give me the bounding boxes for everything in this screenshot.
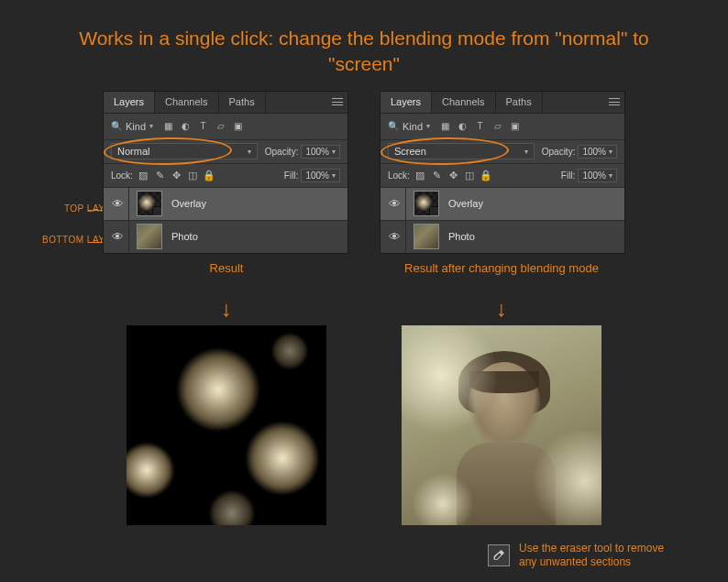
layer-name: Overlay [448, 198, 483, 209]
opacity-value: 100% [305, 147, 329, 157]
fill-value: 100% [582, 170, 606, 181]
chevron-down-icon: ▾ [609, 148, 612, 156]
filter-smart-icon[interactable]: ▣ [232, 120, 244, 132]
fill-value: 100% [305, 170, 329, 181]
filter-kind-label: Kind [126, 121, 146, 132]
blend-mode-value: Normal [117, 146, 149, 157]
filter-shape-icon[interactable]: ▱ [491, 120, 503, 132]
layers-panel-left: Layers Channels Paths 🔍 Kind ▾ ▦ ◐ T ▱ ▣ [103, 91, 348, 254]
chevron-down-icon: ▾ [332, 148, 336, 156]
visibility-eye-icon[interactable]: 👁 [107, 221, 129, 253]
layer-thumb [414, 191, 439, 216]
filter-smart-icon[interactable]: ▣ [509, 120, 521, 132]
filter-type-icon[interactable]: T [474, 120, 486, 132]
lock-transparent-icon[interactable]: ▨ [414, 169, 426, 181]
visibility-eye-icon[interactable]: 👁 [107, 188, 129, 220]
blend-mode-select[interactable]: Screen ▾ [388, 143, 535, 159]
panel-menu-icon[interactable] [327, 98, 347, 105]
filter-type-icon[interactable]: T [197, 120, 209, 132]
chevron-down-icon: ▾ [426, 122, 430, 130]
chevron-down-icon: ▾ [609, 171, 612, 180]
opacity-input[interactable]: 100% ▾ [301, 145, 340, 159]
tab-layers[interactable]: Layers [104, 92, 155, 113]
filter-kind-select[interactable]: 🔍 Kind ▾ [111, 121, 153, 132]
chevron-down-icon: ▾ [149, 122, 153, 130]
lock-all-icon[interactable]: 🔒 [204, 169, 215, 181]
layer-thumb [414, 224, 439, 249]
visibility-eye-icon[interactable]: 👁 [384, 188, 406, 220]
layer-name: Photo [171, 231, 198, 242]
filter-shape-icon[interactable]: ▱ [215, 120, 226, 132]
tab-paths[interactable]: Paths [219, 92, 266, 113]
lock-label: Lock: [111, 170, 133, 181]
filter-adjust-icon[interactable]: ◐ [180, 120, 192, 132]
result-right: Result after changing blending mode ↓ [396, 261, 607, 525]
chevron-down-icon: ▾ [524, 148, 528, 156]
chevron-down-icon: ▾ [248, 148, 251, 156]
eraser-tip-text: Use the eraser tool to remove any unwant… [519, 542, 675, 569]
search-icon: 🔍 [388, 121, 399, 131]
layer-name: Overlay [171, 198, 206, 209]
lock-all-icon[interactable]: 🔒 [480, 169, 492, 181]
lock-artboard-icon[interactable]: ◫ [187, 169, 199, 181]
result-left-label: Result [210, 261, 244, 300]
search-icon: 🔍 [111, 121, 122, 131]
lock-transparent-icon[interactable]: ▨ [138, 169, 149, 181]
chevron-down-icon: ▾ [332, 171, 336, 180]
opacity-value: 100% [582, 147, 606, 157]
tab-layers[interactable]: Layers [381, 92, 432, 113]
opacity-label: Opacity: [265, 147, 299, 157]
eraser-icon[interactable] [488, 544, 510, 566]
layer-thumb [137, 191, 162, 216]
opacity-input[interactable]: 100% ▾ [578, 145, 617, 159]
lock-artboard-icon[interactable]: ◫ [464, 169, 476, 181]
filter-pixel-icon[interactable]: ▦ [162, 120, 174, 132]
blend-mode-select[interactable]: Normal ▾ [111, 143, 258, 159]
fill-input[interactable]: 100% ▾ [301, 169, 340, 182]
fill-label: Fill: [284, 170, 299, 181]
layer-name: Photo [448, 231, 475, 242]
lock-move-icon[interactable]: ✥ [447, 169, 459, 181]
layer-thumb [137, 224, 162, 249]
headline: Works in a single click: change the blen… [0, 0, 728, 78]
layer-row-overlay[interactable]: 👁 Overlay [381, 187, 624, 220]
filter-kind-label: Kind [403, 121, 423, 132]
lock-brush-icon[interactable]: ✎ [154, 169, 166, 181]
tab-channels[interactable]: Channels [155, 92, 218, 113]
result-left: Result ↓ [121, 261, 332, 525]
tab-paths[interactable]: Paths [496, 92, 543, 113]
layers-panel-right: Layers Channels Paths 🔍 Kind ▾ ▦ ◐ T ▱ ▣ [380, 91, 625, 254]
filter-adjust-icon[interactable]: ◐ [457, 120, 469, 132]
layer-row-photo[interactable]: 👁 Photo [381, 220, 624, 253]
lock-label: Lock: [388, 170, 410, 181]
opacity-label: Opacity: [542, 147, 576, 157]
filter-pixel-icon[interactable]: ▦ [439, 120, 451, 132]
layer-row-overlay[interactable]: 👁 Overlay [104, 187, 347, 220]
visibility-eye-icon[interactable]: 👁 [384, 221, 406, 253]
filter-kind-select[interactable]: 🔍 Kind ▾ [388, 121, 430, 132]
panel-menu-icon[interactable] [604, 98, 624, 105]
blend-mode-value: Screen [394, 146, 426, 157]
fill-label: Fill: [561, 170, 576, 181]
lock-move-icon[interactable]: ✥ [171, 169, 182, 181]
result-right-label: Result after changing blending mode [404, 261, 599, 300]
lock-brush-icon[interactable]: ✎ [431, 169, 443, 181]
fill-input[interactable]: 100% ▾ [578, 169, 617, 182]
preview-normal [127, 325, 326, 525]
tab-channels[interactable]: Channels [432, 92, 495, 113]
preview-screen [402, 325, 601, 525]
down-arrow-icon: ↓ [221, 296, 232, 322]
layer-row-photo[interactable]: 👁 Photo [104, 220, 347, 253]
eraser-tip: Use the eraser tool to remove any unwant… [488, 542, 675, 569]
down-arrow-icon: ↓ [496, 296, 507, 322]
